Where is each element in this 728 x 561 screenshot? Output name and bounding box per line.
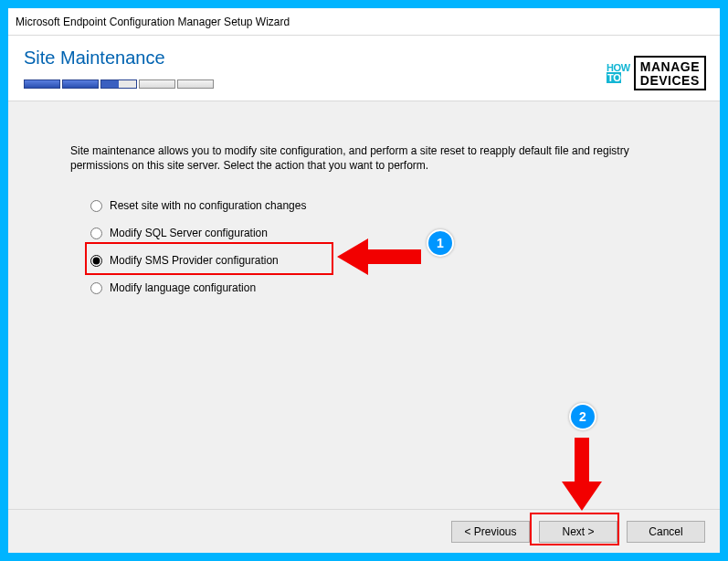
cancel-button[interactable]: Cancel	[627, 521, 705, 543]
option-label: Modify SMS Provider configuration	[110, 254, 279, 267]
page-title: Site Maintenance	[24, 48, 165, 69]
logo-howto: HOW TO	[607, 63, 630, 83]
watermark-logo: HOW TO MANAGE DEVICES	[607, 56, 706, 90]
logo-manage-devices: MANAGE DEVICES	[634, 56, 706, 90]
progress-indicator	[24, 79, 216, 90]
option-label: Modify language configuration	[110, 281, 256, 294]
previous-button[interactable]: < Previous	[451, 521, 530, 543]
option-modify-sms-provider[interactable]: Modify SMS Provider configuration	[90, 248, 547, 273]
next-button[interactable]: Next >	[539, 521, 617, 543]
radio-reset-site[interactable]	[90, 200, 102, 212]
progress-segment	[24, 79, 60, 89]
options-group: Reset site with no configuration changes…	[90, 193, 547, 302]
window-title: Microsoft Endpoint Configuration Manager…	[16, 16, 290, 28]
wizard-footer: < Previous Next > Cancel	[8, 509, 720, 553]
description-text: Site maintenance allows you to modify si…	[70, 143, 655, 173]
option-reset-site[interactable]: Reset site with no configuration changes	[90, 193, 547, 218]
wizard-header: Site Maintenance HOW TO MANAGE DEVICES	[8, 36, 720, 101]
option-modify-sql[interactable]: Modify SQL Server configuration	[90, 220, 547, 246]
progress-segment	[177, 79, 214, 89]
wizard-window: Microsoft Endpoint Configuration Manager…	[8, 8, 720, 553]
wizard-content: Site maintenance allows you to modify si…	[8, 101, 720, 509]
option-modify-language[interactable]: Modify language configuration	[90, 275, 547, 301]
option-label: Reset site with no configuration changes	[110, 199, 306, 212]
option-label: Modify SQL Server configuration	[110, 227, 268, 239]
radio-modify-sql[interactable]	[90, 228, 102, 239]
progress-segment	[62, 79, 99, 89]
progress-segment	[100, 79, 137, 89]
progress-segment	[139, 79, 175, 89]
title-bar: Microsoft Endpoint Configuration Manager…	[8, 8, 720, 36]
radio-modify-language[interactable]	[90, 282, 102, 294]
radio-modify-sms-provider[interactable]	[90, 255, 102, 267]
